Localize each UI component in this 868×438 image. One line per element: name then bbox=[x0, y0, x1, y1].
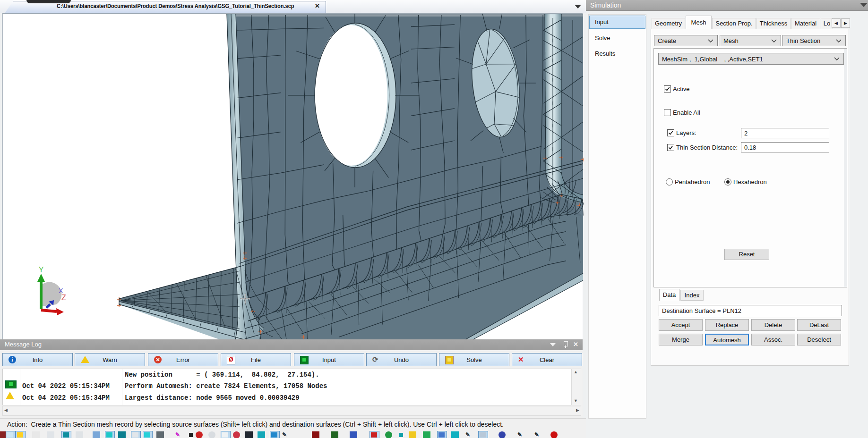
svg-text:Y: Y bbox=[39, 266, 44, 274]
svg-text:Z: Z bbox=[61, 294, 66, 302]
